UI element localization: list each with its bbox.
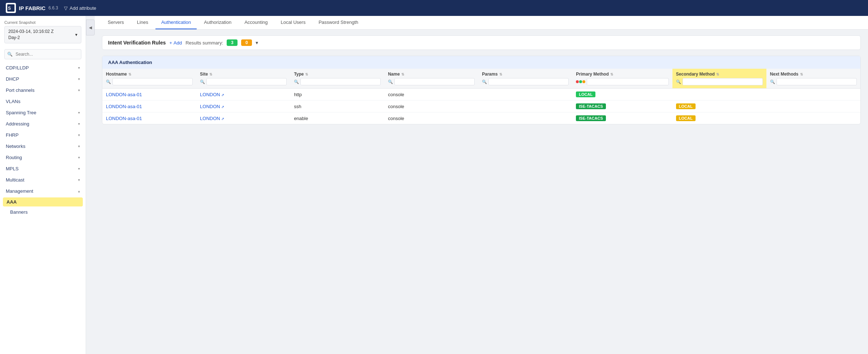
- table-header-row: Hostname ⇅ 🔍 Site: [102, 69, 860, 89]
- plus-icon: +: [169, 40, 172, 46]
- content-area: Intent Verification Rules + Add Results …: [95, 30, 868, 354]
- sidebar-item-port-channels[interactable]: Port channels ▾: [0, 85, 86, 96]
- sidebar-item-routing[interactable]: Routing ▾: [0, 152, 86, 163]
- collapse-icon: ◀: [89, 25, 92, 30]
- sidebar-item-cdp-lldp[interactable]: CDP/LLDP ▾: [0, 62, 86, 73]
- table-row: LONDON-asa-01LONDON ⇗sshconsoleISE-TACAC…: [102, 101, 860, 112]
- type-filter-input[interactable]: [300, 78, 381, 85]
- sidebar-sub-item-banners[interactable]: Banners: [0, 207, 86, 217]
- tab-password-strength[interactable]: Password Strength: [313, 16, 364, 29]
- secondary-method-badge: LOCAL: [676, 103, 696, 109]
- link-icon: ⇗: [221, 105, 224, 109]
- chevron-icon: ▾: [78, 66, 80, 70]
- hostname-link[interactable]: LONDON-asa-01: [106, 104, 142, 109]
- next-methods-filter-input[interactable]: [777, 78, 857, 85]
- sidebar-sub-item-aaa[interactable]: AAA: [3, 197, 83, 206]
- table-row: LONDON-asa-01LONDON ⇗httpconsoleLOCAL: [102, 89, 860, 101]
- cell-hostname: LONDON-asa-01: [102, 112, 196, 124]
- chevron-icon: ▾: [78, 77, 80, 81]
- sidebar-item-spanning-tree[interactable]: Spanning Tree ▾: [0, 107, 86, 118]
- intent-title: Intent Verification Rules: [108, 40, 166, 46]
- site-link[interactable]: LONDON ⇗: [200, 92, 224, 97]
- cell-name: console: [384, 112, 478, 124]
- hostname-link[interactable]: LONDON-asa-01: [106, 116, 142, 121]
- cell-hostname: LONDON-asa-01: [102, 89, 196, 101]
- hostname-link[interactable]: LONDON-asa-01: [106, 92, 142, 97]
- sidebar-item-mpls[interactable]: MPLS ▾: [0, 163, 86, 174]
- sort-icon[interactable]: ⇅: [401, 72, 404, 76]
- cell-name: console: [384, 101, 478, 112]
- tab-local-users[interactable]: Local Users: [275, 16, 312, 29]
- sort-icon[interactable]: ⇅: [716, 72, 719, 76]
- sort-icon[interactable]: ⇅: [610, 72, 613, 76]
- primary-method-filter-input[interactable]: [587, 78, 668, 85]
- col-site: Site ⇅ 🔍: [196, 69, 290, 89]
- sidebar-item-networks[interactable]: Networks ▾: [0, 141, 86, 152]
- tab-accounting[interactable]: Accounting: [239, 16, 273, 29]
- site-filter-input[interactable]: [206, 78, 287, 85]
- search-input[interactable]: [4, 49, 81, 59]
- sidebar-item-fhrp[interactable]: FHRP ▾: [0, 129, 86, 141]
- sidebar-item-addressing[interactable]: Addressing ▾: [0, 118, 86, 129]
- hostname-filter-input[interactable]: [112, 78, 193, 85]
- search-icon: 🔍: [388, 80, 393, 84]
- search-icon: 🔍: [106, 80, 111, 84]
- cell-site: LONDON ⇗: [196, 112, 290, 124]
- search-icon: 🔍: [676, 80, 681, 84]
- snapshot-label: Current Snapshot: [4, 20, 81, 25]
- main-content: Servers Lines Authentication Authorizati…: [95, 16, 868, 354]
- sidebar-collapse-button[interactable]: ◀: [86, 20, 95, 35]
- snapshot-select[interactable]: 2024-03-14, 10:16:02 Z Day-2 ▾: [4, 26, 81, 43]
- link-icon: ⇗: [221, 117, 224, 121]
- col-primary-method: Primary Method ⇅: [572, 69, 672, 89]
- sort-icon[interactable]: ⇅: [800, 72, 803, 76]
- cell-name: console: [384, 89, 478, 101]
- topbar: S IP FABRIC 6.6.3 ▽ Add attribute: [0, 0, 868, 16]
- color-filter-icon[interactable]: [576, 80, 585, 83]
- sidebar-item-dhcp[interactable]: DHCP ▾: [0, 73, 86, 85]
- chevron-icon: ▾: [78, 167, 80, 171]
- site-link[interactable]: LONDON ⇗: [200, 104, 224, 109]
- tab-servers[interactable]: Servers: [102, 16, 130, 29]
- table-body: LONDON-asa-01LONDON ⇗httpconsoleLOCALLON…: [102, 89, 860, 124]
- cell-type: http: [290, 89, 384, 101]
- col-hostname: Hostname ⇅ 🔍: [102, 69, 196, 89]
- cell-secondary-method: [672, 89, 766, 101]
- tab-authentication[interactable]: Authentication: [155, 16, 197, 29]
- tab-bar: Servers Lines Authentication Authorizati…: [95, 16, 868, 30]
- chevron-up-icon: ▴: [78, 189, 80, 193]
- params-filter-input[interactable]: [488, 78, 569, 85]
- add-rule-button[interactable]: + Add: [169, 40, 182, 46]
- sort-icon[interactable]: ⇅: [209, 72, 212, 76]
- add-attribute-button[interactable]: ▽ Add attribute: [64, 5, 97, 11]
- cell-params: [478, 101, 572, 112]
- cell-secondary-method: LOCAL: [672, 112, 766, 124]
- intent-verification-bar: Intent Verification Rules + Add Results …: [102, 35, 861, 50]
- expand-icon[interactable]: ▾: [256, 40, 258, 46]
- sidebar-item-vlans[interactable]: VLANs: [0, 96, 86, 107]
- tab-lines[interactable]: Lines: [131, 16, 154, 29]
- sidebar-item-multicast[interactable]: Multicast ▾: [0, 174, 86, 185]
- sidebar-header: Current Snapshot 2024-03-14, 10:16:02 Z …: [0, 16, 86, 46]
- secondary-method-filter-input[interactable]: [683, 78, 763, 85]
- filter-icon: ▽: [64, 5, 68, 11]
- chevron-icon: ▾: [78, 88, 80, 92]
- snapshot-value: 2024-03-14, 10:16:02 Z Day-2: [8, 29, 54, 41]
- sort-icon[interactable]: ⇅: [128, 72, 131, 76]
- chevron-icon: ▾: [78, 178, 80, 182]
- search-icon: 🔍: [770, 80, 775, 84]
- primary-method-badge: ISE-TACACS: [576, 103, 606, 109]
- sort-icon[interactable]: ⇅: [305, 72, 308, 76]
- tab-authorization[interactable]: Authorization: [198, 16, 237, 29]
- col-name: Name ⇅ 🔍: [384, 69, 478, 89]
- yellow-badge: 0: [241, 39, 252, 46]
- cell-site: LONDON ⇗: [196, 101, 290, 112]
- site-link[interactable]: LONDON ⇗: [200, 116, 224, 121]
- search-icon: 🔍: [482, 80, 487, 84]
- col-secondary-method: Secondary Method ⇅ 🔍: [672, 69, 766, 89]
- sidebar-search[interactable]: 🔍: [4, 49, 81, 59]
- sort-icon[interactable]: ⇅: [499, 72, 502, 76]
- col-next-methods: Next Methods ⇅ 🔍: [766, 69, 860, 89]
- sidebar-item-management[interactable]: Management ▴: [0, 185, 86, 197]
- name-filter-input[interactable]: [394, 78, 475, 85]
